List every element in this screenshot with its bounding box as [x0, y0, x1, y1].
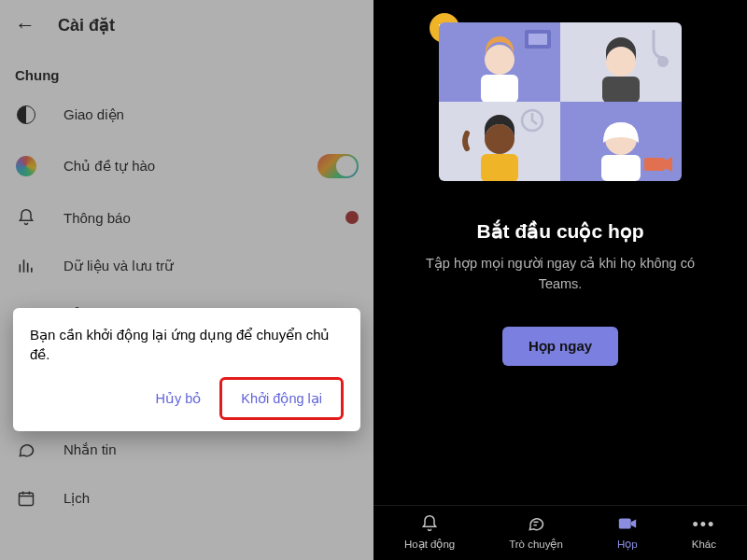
- meet-now-button[interactable]: Họp ngay: [502, 327, 618, 366]
- nav-label: Họp: [617, 538, 638, 551]
- meeting-title: Bắt đầu cuộc họp: [374, 220, 747, 243]
- meeting-panel: Bắt đầu cuộc họp Tập hợp mọi người ngay …: [374, 0, 747, 560]
- settings-panel: ← Cài đặt Chung Giao diện Chủ đề tự hào …: [0, 0, 374, 560]
- modal-overlay: [0, 0, 374, 560]
- restart-dialog: Bạn cần khởi động lại ứng dụng để chuyển…: [13, 308, 360, 431]
- svg-point-8: [606, 47, 636, 77]
- nav-label: Trò chuyện: [509, 538, 563, 551]
- meeting-subtitle: Tập hợp mọi người ngay cả khi họ không c…: [374, 254, 747, 295]
- svg-point-11: [485, 124, 514, 154]
- bell-icon: [420, 513, 439, 534]
- nav-meet[interactable]: Họp: [617, 513, 638, 551]
- dialog-actions: Hủy bỏ Khởi động lại: [30, 377, 344, 420]
- chat-icon: [527, 513, 545, 534]
- nav-chat[interactable]: Trò chuyện: [509, 513, 563, 551]
- svg-rect-12: [481, 154, 518, 181]
- nav-activity[interactable]: Hoạt động: [404, 513, 455, 551]
- svg-rect-4: [529, 34, 547, 45]
- svg-point-5: [485, 45, 514, 75]
- nav-label: Hoạt động: [404, 538, 455, 551]
- nav-more[interactable]: ••• Khác: [692, 514, 716, 550]
- video-icon: [617, 513, 638, 534]
- nav-label: Khác: [692, 539, 716, 550]
- meeting-illustration: [439, 22, 682, 181]
- svg-rect-18: [619, 519, 631, 529]
- svg-rect-15: [644, 158, 665, 171]
- svg-point-7: [657, 56, 669, 67]
- bottom-nav: Hoạt động Trò chuyện Họp ••• Khác: [374, 505, 747, 560]
- svg-rect-9: [602, 77, 640, 102]
- cancel-button[interactable]: Hủy bỏ: [145, 377, 213, 420]
- svg-rect-6: [481, 75, 518, 102]
- restart-button[interactable]: Khởi động lại: [230, 384, 333, 413]
- more-icon: •••: [692, 514, 715, 535]
- dialog-message: Bạn cần khởi động lại ứng dụng để chuyển…: [30, 325, 344, 364]
- svg-rect-14: [601, 155, 641, 181]
- restart-highlight: Khởi động lại: [219, 377, 344, 420]
